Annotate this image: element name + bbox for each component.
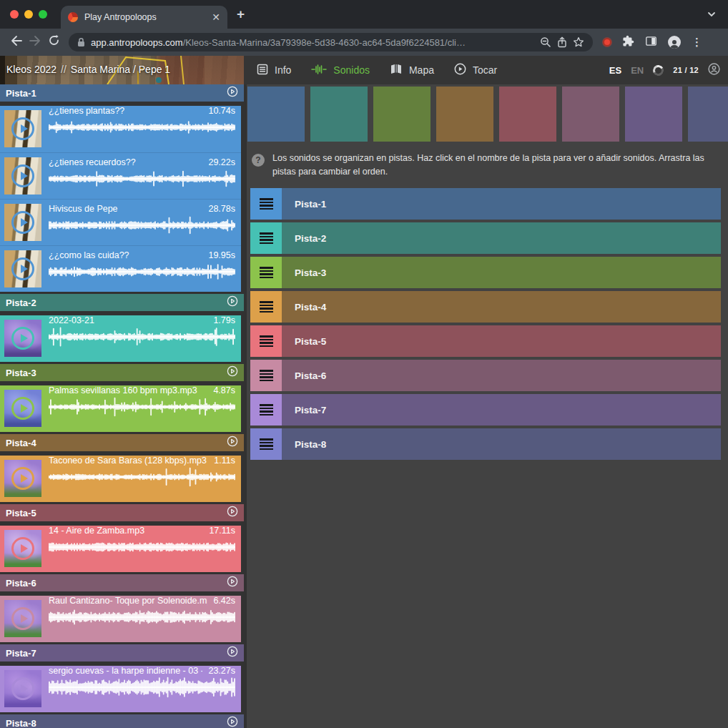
clip-play-overlay-icon[interactable] [11, 327, 34, 350]
track-row-pista-3[interactable]: Pista-3 [250, 257, 721, 288]
window-zoom-button[interactable] [39, 10, 47, 19]
bookmark-star-icon[interactable] [573, 36, 584, 48]
clip-play-overlay-icon[interactable] [11, 607, 34, 630]
track-row-body[interactable]: Pista-8 [282, 428, 721, 460]
clip-play-overlay-icon[interactable] [11, 677, 34, 700]
track-header[interactable]: Pista-6 [0, 574, 244, 591]
track-row-body[interactable]: Pista-1 [282, 188, 721, 220]
track-play-circle-icon[interactable] [227, 365, 238, 380]
track-row-pista-7[interactable]: Pista-7 [250, 394, 721, 426]
clip-duration: 28.78s [208, 204, 235, 214]
clip[interactable]: Hiviscus de Pepe 28.78s [0, 199, 241, 245]
track-play-circle-icon[interactable] [227, 576, 238, 590]
track-row-body[interactable]: Pista-4 [282, 291, 721, 323]
drag-handle[interactable] [250, 325, 282, 357]
track-clips: Palmas sevillanas 160 bpm mp3.mp3 4.87s [0, 385, 241, 432]
lock-icon[interactable] [77, 37, 85, 47]
forward-button[interactable] [26, 35, 44, 50]
drag-handle[interactable] [250, 188, 282, 220]
clip-play-overlay-icon[interactable] [11, 397, 34, 420]
browser-menu-icon[interactable]: ⋮ [692, 36, 702, 49]
track-row-body[interactable]: Pista-7 [282, 394, 721, 426]
clip-play-overlay-icon[interactable] [11, 211, 34, 234]
clip-duration: 1.11s [214, 456, 235, 466]
clip-play-overlay-icon[interactable] [11, 467, 34, 490]
extensions-puzzle-icon[interactable] [622, 35, 634, 50]
clip-play-overlay-icon[interactable] [11, 257, 34, 280]
drag-handle[interactable] [250, 257, 282, 288]
app-header: Kleos 2022//Santa Marina / Pepe 1 InfoSo… [0, 56, 728, 84]
window-minimize-button[interactable] [24, 10, 33, 19]
clip-play-overlay-icon[interactable] [11, 164, 34, 187]
track-row-pista-4[interactable]: Pista-4 [250, 291, 721, 323]
clip[interactable]: Taconeo de Sara Baras (128 kbps).mp3 1.1… [0, 456, 241, 502]
clip[interactable]: ¿¿como las cuida?? 19.95s [0, 245, 241, 292]
clip[interactable]: Palmas sevillanas 160 bpm mp3.mp3 4.87s [0, 385, 241, 432]
lang-en[interactable]: EN [631, 65, 644, 76]
track-row-pista-5[interactable]: Pista-5 [250, 325, 721, 357]
clip[interactable]: ¿¿tienes recuerdos?? 29.22s [0, 152, 241, 199]
track-header[interactable]: Pista-3 [0, 364, 244, 381]
breadcrumb-project[interactable]: Kleos 2022 [6, 64, 56, 75]
clip-waveform [49, 606, 235, 628]
breadcrumb[interactable]: Kleos 2022//Santa Marina / Pepe 1 [6, 64, 170, 75]
track-color-strip [247, 87, 728, 142]
drag-handle[interactable] [250, 291, 282, 323]
clip-play-overlay-icon[interactable] [11, 117, 34, 140]
track-row-pista-1[interactable]: Pista-1 [250, 188, 721, 220]
nav-info[interactable]: Info [257, 64, 291, 77]
track-play-circle-icon[interactable] [227, 295, 238, 310]
track-play-circle-icon[interactable] [227, 646, 238, 660]
track-play-circle-icon[interactable] [227, 716, 238, 728]
window-close-button[interactable] [10, 10, 19, 19]
drag-handle[interactable] [250, 394, 282, 426]
tab-title: Play Antropoloops [84, 12, 205, 22]
nav-mapa[interactable]: Mapa [390, 64, 434, 77]
recording-indicator-icon[interactable] [603, 38, 611, 46]
side-panel-icon[interactable] [645, 35, 657, 50]
track-row-body[interactable]: Pista-6 [282, 360, 721, 391]
drag-handle[interactable] [250, 428, 282, 460]
track-header[interactable]: Pista-2 [0, 294, 244, 311]
track-header[interactable]: Pista-7 [0, 644, 244, 661]
reload-button[interactable] [44, 34, 63, 50]
drag-handle-icon [260, 335, 273, 347]
tab-search-chevron-icon[interactable] [707, 9, 717, 22]
track-play-circle-icon[interactable] [227, 506, 238, 520]
clip-waveform [49, 326, 235, 348]
track-header[interactable]: Pista-5 [0, 504, 244, 521]
nav-sonidos[interactable]: Sonidos [311, 64, 370, 77]
track-header[interactable]: Pista-1 [0, 84, 244, 102]
lang-es[interactable]: ES [609, 65, 621, 76]
track-name: Pista-3 [6, 368, 227, 378]
track-row-body[interactable]: Pista-5 [282, 325, 721, 357]
clip[interactable]: sergio cuevas - la harpe indienne - 03 -… [0, 666, 241, 712]
clip-play-overlay-icon[interactable] [11, 537, 34, 560]
omnibox[interactable]: app.antropoloops.com/Kleos-Santa-Marina/… [69, 33, 593, 51]
track-play-circle-icon[interactable] [227, 86, 238, 100]
account-icon[interactable] [708, 63, 720, 78]
zoom-out-icon[interactable] [540, 36, 551, 48]
tab-close-icon[interactable]: ✕ [212, 12, 220, 22]
back-button[interactable] [7, 35, 26, 50]
drag-handle[interactable] [250, 360, 282, 391]
track-header[interactable]: Pista-8 [0, 714, 244, 728]
clip-counter: 21 / 12 [673, 66, 699, 74]
clip[interactable]: ¿¿tienes plantas?? 10.74s [0, 106, 241, 152]
new-tab-button[interactable]: + [237, 6, 245, 22]
nav-tocar[interactable]: Tocar [454, 63, 497, 77]
track-row-pista-8[interactable]: Pista-8 [250, 428, 721, 460]
profile-avatar[interactable] [668, 36, 681, 49]
clip[interactable]: 14 - Aire de Zamba.mp3 17.11s [0, 526, 241, 572]
clip[interactable]: 2022-03-21 1.79s [0, 315, 241, 362]
track-row-pista-2[interactable]: Pista-2 [250, 222, 721, 254]
browser-tab[interactable]: Play Antropoloops ✕ [61, 6, 227, 29]
share-icon[interactable] [557, 36, 567, 48]
track-row-body[interactable]: Pista-3 [282, 257, 721, 288]
track-play-circle-icon[interactable] [227, 436, 238, 450]
drag-handle[interactable] [250, 222, 282, 254]
track-header[interactable]: Pista-4 [0, 434, 244, 451]
track-row-body[interactable]: Pista-2 [282, 222, 721, 254]
clip[interactable]: Raul Cantizano- Toque por Solenoide.mp3 … [0, 596, 241, 642]
track-row-pista-6[interactable]: Pista-6 [250, 360, 721, 391]
